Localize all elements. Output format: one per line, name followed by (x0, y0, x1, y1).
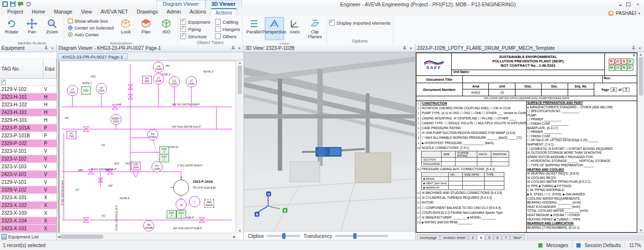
sheet-row[interactable]: ☐ DOMESTIC ☒ EXPORT ☐ EXPORT BOXING REQU… (527, 147, 637, 151)
ribbon-tab[interactable]: Actions (186, 8, 211, 16)
equipment-row[interactable]: 2423-X-101 X (0, 225, 57, 233)
pan-button[interactable]: Pan (22, 17, 42, 40)
instrument-bubble[interactable]: PT0106 (152, 162, 163, 173)
sheet-row[interactable]: SHIPMENT: (7.4.1) (527, 143, 637, 147)
sheet-row[interactable]: 18■ RATING (kW/100 RPM) ________ (416, 220, 526, 225)
ribbon-tab[interactable]: View (77, 8, 97, 16)
sheet-row[interactable]: ☐ FINISH COAT __________ (527, 134, 637, 139)
diagram-tab[interactable]: KHG3-23-PR-PI-0027 Page-1 (58, 53, 128, 60)
select-all-checkbox[interactable] (1, 80, 6, 85)
scroll-up-icon[interactable]: ▲ (238, 61, 242, 64)
column-header-type[interactable]: Equi (43, 59, 57, 78)
context-tab[interactable]: Diagram Viewer (157, 0, 205, 8)
sheet-row[interactable]: C.W. PIPING MATERIALS: (527, 188, 637, 192)
instrument-bubble[interactable]: PA0106B (143, 221, 155, 232)
clip-planes-button[interactable]: Clip Planes (305, 17, 325, 41)
object-type-checkbox[interactable]: Cabling (215, 19, 240, 25)
sheet-row[interactable]: 17☒ MANUFACTURER ________ ■ MODEL ______… (416, 215, 526, 220)
sheet-row[interactable]: 5CASING TYPE: ☐ SINGLE VOLUTE ☐ MULTIPLE… (416, 121, 526, 126)
save-icon[interactable] (10, 1, 16, 7)
equipment-row[interactable]: 2329-V-102 V (0, 186, 57, 194)
instrument-bubble[interactable]: LG0102 (169, 76, 180, 88)
ribbon-tab[interactable]: Actions (211, 8, 237, 16)
perspective-button[interactable]: Perspective (265, 17, 284, 40)
sheet-row[interactable]: 6CASE PRESSURE RATING: (416, 126, 526, 131)
object-type-checkbox[interactable]: Equipment (180, 19, 210, 25)
slider-thumb[interactable] (282, 233, 286, 239)
user-chip[interactable]: PASHAEI ▾ (608, 11, 644, 16)
sheet-row[interactable]: ☒ PIPE ■ TUBING ■ FITTINGS (527, 184, 637, 189)
equipment-list-tab[interactable]: Equipment List (0, 233, 57, 240)
column-header-tag[interactable]: TAG No. (0, 59, 43, 78)
pin-icon[interactable] (43, 45, 49, 51)
equipment-row[interactable]: 2129-V-102 V (0, 86, 57, 93)
sheet-row[interactable]: BEARING (TYPE/NUMBER): (5.10.1) (527, 226, 637, 230)
pin-icon[interactable] (230, 45, 236, 51)
close-button[interactable]: × (633, 0, 643, 8)
app-icon[interactable] (2, 1, 8, 7)
instrument-bubble[interactable]: I (189, 196, 200, 207)
center-on-selected-button[interactable]: Center on Selected (66, 25, 115, 31)
context-tab[interactable]: 3D Viewer (205, 0, 242, 8)
diagram-canvas[interactable]: NOTE 3NOTE 3NOTE 7N22N6N14N17N4HHNOTE 10… (57, 60, 236, 233)
sheet-row[interactable]: ☐ DETAILS OF LIFTING DEVICES(6.3.20) ___… (527, 138, 637, 143)
slider-thumb[interactable] (353, 233, 357, 239)
equipment-row[interactable]: 2323-V-103 V (0, 163, 57, 171)
sheet-row[interactable]: ☒ HEATING JACKET REQ'D. (5.8.9) (527, 172, 637, 176)
look-button[interactable]: Look (116, 17, 135, 40)
sheet-row[interactable]: 11PRESSURE CASING AUX. CONNECTIONS: (5.4… (416, 167, 526, 172)
doc-number-val[interactable] (542, 89, 568, 96)
sheet-row[interactable]: ☐ TYPE OF SHIPPING PREPARATION ______ (527, 163, 637, 168)
nozzle-row[interactable]: SUCTION (422, 157, 509, 162)
scroll-down-icon[interactable]: ▼ (639, 229, 643, 232)
sheet-row[interactable]: ☐ FINISH COAT __________ (527, 122, 637, 126)
equipment-row[interactable]: 2323-V-102 V (0, 155, 57, 163)
sheet-row[interactable]: ● MANUFACTURER'S STANDARD ○ OTHER (SEE B… (527, 105, 637, 110)
instrument-bubble[interactable]: LA0108 (153, 62, 164, 73)
sheet-row[interactable]: 8☐ MAX ALLOWABLE WORKING PRESSURE ______… (416, 135, 526, 140)
axes-button[interactable]: Axes (285, 17, 304, 40)
equipment-row[interactable]: 2323-V-101 V (0, 147, 57, 155)
sheet-row[interactable]: 4CASING MOUNTING: ☒ CENTERLINE ☐ IN-LINE… (416, 116, 526, 121)
instrument-box[interactable]: ESD4 (159, 147, 169, 155)
instrument-bubble[interactable]: PA0106A (147, 130, 158, 141)
session-defaults-label[interactable]: Session Defaults (585, 243, 621, 248)
doc-number-val[interactable]: KHG3 (463, 89, 489, 96)
diagram-vertical-scrollbar[interactable]: ▲ ▼ (236, 60, 243, 233)
sheet-row[interactable]: SURFACE PREPARATION AND PAINT (527, 101, 637, 105)
nozzle-row[interactable]: DISCHARGE (422, 162, 509, 166)
ribbon-tab[interactable]: Manage (50, 8, 77, 16)
scroll-down-icon[interactable]: ▼ (238, 229, 242, 233)
comment-icon[interactable] (17, 1, 24, 7)
instrument-bubble[interactable]: LA0110 (96, 83, 107, 94)
sheet-row[interactable]: 9■ HYDROTEST PRESSURE ____________ (barG… (416, 141, 526, 146)
ribbon-tab[interactable]: Drawings (132, 8, 162, 16)
sheet-row[interactable]: TOTAL COOLING WATER ________ (m³/h) (527, 209, 637, 213)
sheet-row[interactable]: BEARINGS AND LUBRICATION (527, 221, 637, 226)
sheet-row[interactable]: ☐ PRIMER __________ (527, 130, 637, 134)
close-icon[interactable]: × (237, 45, 242, 51)
scroll-thumb[interactable] (238, 65, 242, 94)
doc-number-val[interactable] (568, 89, 594, 96)
instrument-box[interactable]: XMC0104A (204, 200, 214, 208)
datasheet-page[interactable]: SAFF SUSTAINABLE ENVIRONMENTAL POLLUTION… (416, 53, 637, 233)
ribbon-tab[interactable]: AVEVA NET (96, 8, 132, 16)
object-type-checkbox[interactable]: Piping (180, 26, 210, 32)
equipment-row[interactable]: 2329-P-102 P (0, 140, 57, 147)
equipment-row[interactable]: 2423-V-101 V (0, 171, 57, 178)
datasheet-vertical-scrollbar[interactable]: ▲ ▼ (637, 52, 644, 233)
rotate-button[interactable]: Rotate (2, 17, 21, 40)
equipment-row[interactable]: 2423-H-101 H (0, 109, 57, 117)
sheet-row[interactable]: ☐ HORIZONTAL STORAGE ______ VERTICAL STO… (527, 159, 637, 163)
sheet-row[interactable]: ☒ COOLING WATER PIPING PLAN (6.5.3.1) (527, 180, 637, 184)
pin-icon[interactable] (631, 45, 636, 51)
equipment-row[interactable]: 2329-H-101 H (0, 117, 57, 124)
doc-number-val[interactable] (515, 89, 542, 96)
scroll-thumb[interactable] (639, 57, 643, 96)
close-icon[interactable]: × (50, 45, 55, 51)
sheet-row[interactable]: SPARE ROTOR ASSEMBLY PACKAGED FOR: (527, 155, 637, 160)
sheet-row[interactable]: 3PUMP TYPE: (4.1) ☒ OH2 ☐ OH3 ☐ OH6 ☐ OT… (416, 111, 526, 116)
equipment-row[interactable]: 2323-H-102 H (0, 101, 57, 109)
ribbon-tab[interactable]: Admin (162, 8, 186, 16)
ribbon-tab[interactable]: Project (3, 8, 28, 16)
